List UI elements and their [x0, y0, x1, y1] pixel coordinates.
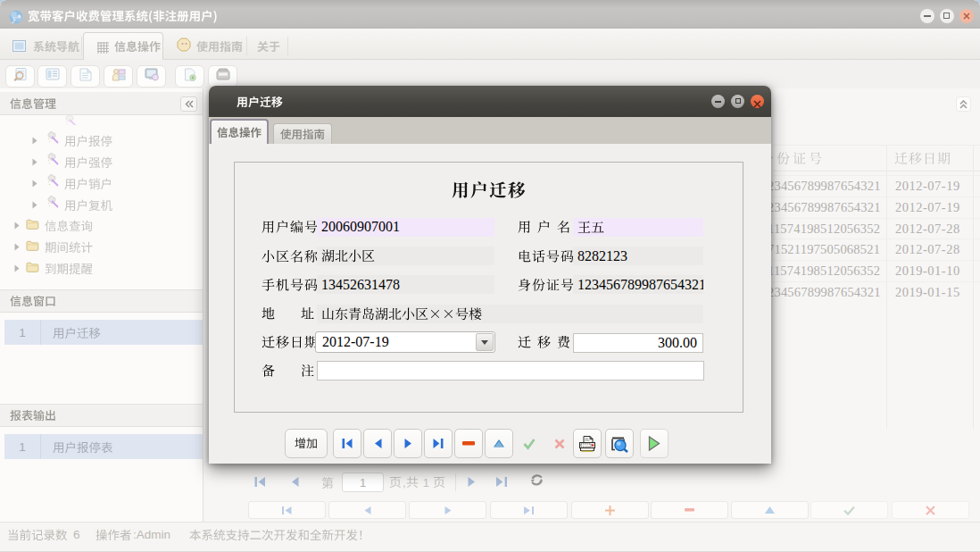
svg-text:y: y — [12, 13, 17, 23]
